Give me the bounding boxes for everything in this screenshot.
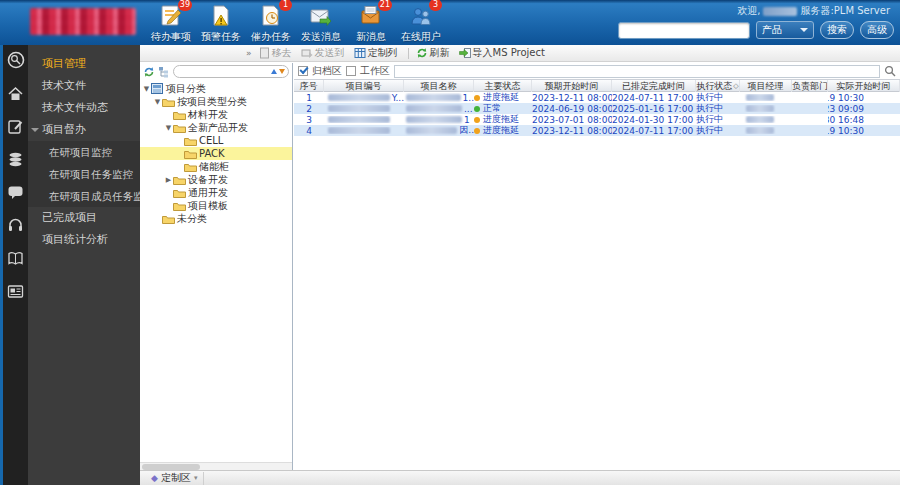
expander-icon[interactable]: ▶ <box>164 176 173 184</box>
new-message-count-badge: 21 <box>378 0 392 11</box>
cell-project-name: 1 <box>404 115 474 125</box>
cell-project-number <box>324 116 404 123</box>
tree-horizontal-scrollbar[interactable] <box>140 462 292 470</box>
import-ms-project-button[interactable]: 导入MS Project <box>459 46 545 60</box>
search-next-icon[interactable] <box>279 69 285 74</box>
brand-logo-icon[interactable] <box>7 51 25 69</box>
tree-node-project-template[interactable]: 项目模板 <box>140 199 292 212</box>
tree-node-new-product-dev[interactable]: ▼ 全新产品开发 <box>140 121 292 134</box>
tree-node-general-dev[interactable]: 通用开发 <box>140 186 292 199</box>
chevron-down-icon <box>800 28 808 32</box>
online-users-button[interactable]: 3 在线用户 <box>396 3 446 44</box>
cell-seq: 4 <box>294 126 324 136</box>
cell-project-name: ... <box>404 104 474 114</box>
cell-project-manager <box>740 127 792 134</box>
news-card-icon[interactable] <box>7 282 25 300</box>
search-icon[interactable] <box>884 65 896 77</box>
toolbar-collapse-button[interactable]: » <box>246 48 252 58</box>
customize-columns-button[interactable]: 定制列 <box>354 46 398 60</box>
warning-tasks-button[interactable]: 预警任务 <box>196 3 246 44</box>
tree-node-storage-cabinet[interactable]: 储能柜 <box>140 160 292 173</box>
expander-icon[interactable]: ▼ <box>153 98 162 106</box>
tree-node-unclassified[interactable]: 未分类 <box>140 212 292 225</box>
cell-exec-status: 执行中 <box>696 124 740 137</box>
expander-icon[interactable]: ▼ <box>164 124 173 132</box>
menu-group-project-supervision[interactable]: 项目督办 <box>28 119 140 141</box>
menu-item-technical-document-activity[interactable]: 技术文件动态 <box>28 97 140 119</box>
search-category-select[interactable]: 产品 <box>756 21 814 39</box>
menu-item-completed-projects[interactable]: 已完成项目 <box>28 207 140 229</box>
chat-icon[interactable] <box>7 183 25 201</box>
folder-icon <box>173 174 186 185</box>
column-exec-status[interactable]: 执行状态 ◇ <box>696 80 740 92</box>
customization-area-tab[interactable]: ◆ 定制区 ▾ <box>145 472 204 485</box>
workspace-label: 工作区 <box>360 64 390 78</box>
cell-seq: 1 <box>294 93 324 103</box>
column-actual-start[interactable]: 实际开始时间 <box>828 80 900 92</box>
menu-item-active-project-task-monitor[interactable]: 在研项目任务监控 <box>28 163 140 185</box>
table-row[interactable]: 2 ... 正常 2024-06-19 08:00 2025-01-16 17:… <box>294 103 900 114</box>
advanced-search-button[interactable]: 高级 <box>860 21 894 39</box>
cell-seq: 3 <box>294 115 324 125</box>
menu-item-project-statistics[interactable]: 项目统计分析 <box>28 229 140 251</box>
diamond-icon: ◆ <box>151 473 158 483</box>
menu-item-project-management[interactable]: 项目管理 <box>28 53 140 75</box>
todo-items-button[interactable]: 39 待办事项 <box>146 3 196 44</box>
database-icon[interactable] <box>7 150 25 168</box>
column-project-name[interactable]: 项目名称 <box>404 80 474 92</box>
redacted-project-name <box>406 94 461 101</box>
list-filter-input[interactable] <box>394 65 880 78</box>
menu-item-technical-documents[interactable]: 技术文件 <box>28 75 140 97</box>
menu-item-active-project-monitor[interactable]: 在研项目监控 <box>28 141 140 163</box>
tree-toolbar <box>140 63 292 80</box>
tree-node-cell[interactable]: CELL <box>140 134 292 147</box>
new-messages-button[interactable]: 21 新消息 <box>346 3 396 44</box>
column-project-number[interactable]: 项目编号 <box>324 80 404 92</box>
table-row[interactable]: 3 1 进度拖延 2023-07-01 08:00 2024-01-30 17:… <box>294 114 900 125</box>
table-columns-icon <box>354 47 366 59</box>
expander-icon[interactable]: ▼ <box>142 85 151 93</box>
support-headset-icon[interactable] <box>7 216 25 234</box>
column-seq[interactable]: 序号 <box>294 80 324 92</box>
archive-area-checkbox[interactable] <box>298 66 308 76</box>
tree-search-input[interactable] <box>173 65 289 78</box>
tree-node-equipment-dev[interactable]: ▶ 设备开发 <box>140 173 292 186</box>
todo-document-icon: 39 <box>158 3 184 29</box>
workspace-checkbox[interactable] <box>346 66 356 76</box>
search-button[interactable]: 搜索 <box>820 21 854 39</box>
folder-icon <box>173 187 186 198</box>
table-row[interactable]: 4 因.. 进度拖延 2023-12-11 08:00 2024-07-11 1… <box>294 125 900 136</box>
folder-icon <box>173 122 186 133</box>
column-scheduled-finish[interactable]: 已排定完成时间 <box>612 80 696 92</box>
tree-refresh-icon[interactable] <box>143 66 155 78</box>
table-body: 1 Y... 1.. 进度拖延 2023-12-11 08:00 2024-07… <box>294 92 900 136</box>
module-icon-strip <box>3 45 28 485</box>
send-to-button[interactable]: 发送到 <box>301 46 345 60</box>
global-search-input[interactable] <box>618 22 750 39</box>
edit-tasks-icon[interactable] <box>7 117 25 135</box>
search-previous-icon[interactable] <box>271 69 277 74</box>
server-label: 服务器:PLM Server <box>800 4 890 18</box>
tree-node-pack-selected[interactable]: PACK <box>140 147 292 160</box>
urged-tasks-button[interactable]: 1 催办任务 <box>246 3 296 44</box>
column-department[interactable]: 负责部门 <box>792 80 828 92</box>
tree-node-project-category[interactable]: ▼ 项目分类 <box>140 82 292 95</box>
refresh-button[interactable]: 刷新 <box>416 46 450 60</box>
column-main-status[interactable]: 主要状态 <box>474 80 532 92</box>
chevron-down-icon <box>31 128 39 132</box>
redacted-project-number <box>328 127 390 134</box>
send-to-icon <box>301 47 313 59</box>
knowledge-book-icon[interactable] <box>7 249 25 267</box>
expand-tree-icon[interactable] <box>158 66 170 78</box>
remove-button[interactable]: 移去 <box>259 46 292 60</box>
menu-item-member-task-monitor[interactable]: 在研项目成员任务监控 <box>28 185 140 207</box>
tree-node-material-dev[interactable]: 材料开发 <box>140 108 292 121</box>
folder-icon <box>173 109 186 120</box>
column-planned-start[interactable]: 预期开始时间 <box>532 80 612 92</box>
home-icon[interactable] <box>7 84 25 102</box>
send-message-button[interactable]: 发送消息 <box>296 3 346 44</box>
cell-scheduled-finish: 2025-01-16 17:00 <box>612 104 696 114</box>
tree-node-by-project-type[interactable]: ▼ 按项目类型分类 <box>140 95 292 108</box>
column-project-manager[interactable]: 项目经理 <box>740 80 792 92</box>
table-row[interactable]: 1 Y... 1.. 进度拖延 2023-12-11 08:00 2024-07… <box>294 92 900 103</box>
